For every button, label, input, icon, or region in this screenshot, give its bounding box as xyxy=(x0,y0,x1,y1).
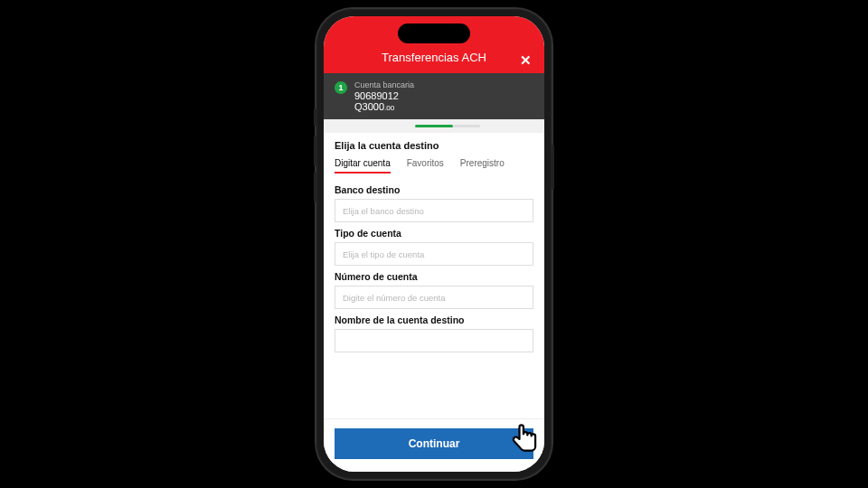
close-icon[interactable]: ✕ xyxy=(520,52,532,69)
source-account-label: Cuenta bancaria xyxy=(354,80,414,89)
progress-bar xyxy=(324,119,544,133)
bank-select[interactable] xyxy=(335,199,533,222)
account-type-label: Tipo de cuenta xyxy=(335,228,533,239)
account-name-input[interactable] xyxy=(335,329,533,352)
bank-label: Banco destino xyxy=(335,184,533,195)
source-account-info: Cuenta bancaria 90689012 Q3000.00 xyxy=(354,80,414,112)
source-account-bar[interactable]: 1 Cuenta bancaria 90689012 Q3000.00 xyxy=(324,73,544,119)
phone-side-button xyxy=(314,172,316,202)
cursor-hand-icon xyxy=(508,421,541,461)
dynamic-island xyxy=(398,23,470,43)
phone-side-button xyxy=(314,108,316,127)
tab-favoritos[interactable]: Favoritos xyxy=(407,158,444,174)
account-number-label: Número de cuenta xyxy=(335,271,533,282)
account-number-input[interactable] xyxy=(335,286,533,309)
phone-side-button xyxy=(314,136,316,166)
screen: Transferencias ACH ✕ 1 Cuenta bancaria 9… xyxy=(324,16,544,472)
phone-side-button xyxy=(552,145,554,190)
step-badge: 1 xyxy=(335,81,347,94)
source-account-number: 90689012 xyxy=(354,90,414,101)
section-title: Elija la cuenta destino xyxy=(335,140,533,151)
header-title: Transferencias ACH xyxy=(382,51,486,64)
tab-preregistro[interactable]: Preregistro xyxy=(460,158,505,174)
source-account-amount: Q3000.00 xyxy=(354,101,414,112)
account-type-select[interactable] xyxy=(335,242,533,266)
phone-frame: Transferencias ACH ✕ 1 Cuenta bancaria 9… xyxy=(316,9,552,479)
tab-digitar-cuenta[interactable]: Digitar cuenta xyxy=(335,158,391,174)
form-content: Elija la cuenta destino Digitar cuenta F… xyxy=(324,133,544,418)
account-name-label: Nombre de la cuenta destino xyxy=(335,314,533,325)
continue-button[interactable]: Continuar xyxy=(335,428,533,459)
tabs: Digitar cuenta Favoritos Preregistro xyxy=(335,158,533,174)
